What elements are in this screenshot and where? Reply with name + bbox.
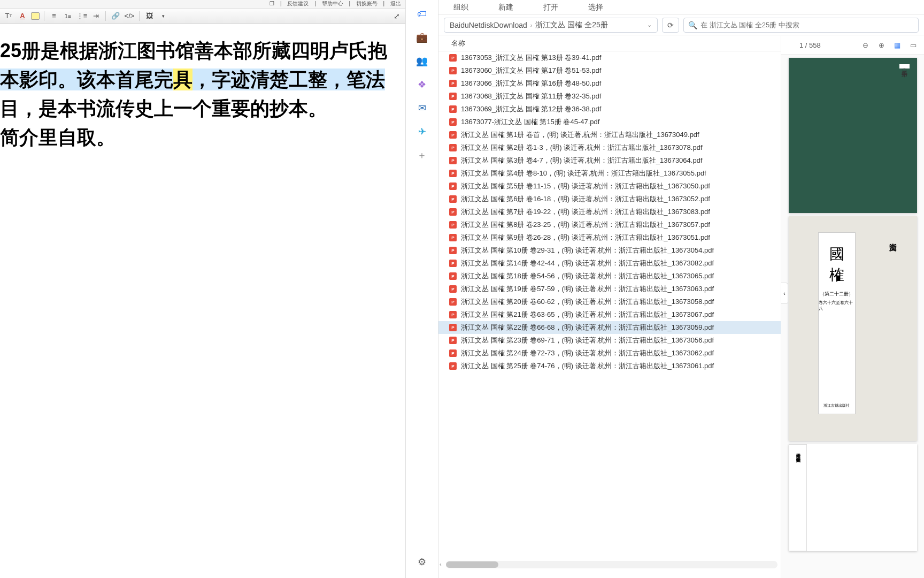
pdf-icon: P [449,118,457,126]
preview-page-3[interactable]: 國榷卷六十六 明武宗大順六年 [789,444,917,551]
file-name: 13673077-浙江文丛 国榷 第15册 卷45-47.pdf [461,117,599,127]
file-row[interactable]: P浙江文丛 国榷 第24册 卷72-73，(明) 谈迁著,杭州：浙江古籍出版社_… [438,347,781,360]
file-row[interactable]: P13673060_浙江文丛 国榷 第17册 卷51-53.pdf [438,64,781,77]
text-color-icon[interactable]: A [17,11,28,21]
horizontal-scrollbar[interactable]: ‹ › [446,561,777,568]
outlook-icon[interactable]: ✉ [415,102,428,115]
file-row[interactable]: P浙江文丛 国榷 第9册 卷26-28，(明) 谈迁著,杭州：浙江古籍出版社_1… [438,231,781,244]
indent-icon[interactable]: ⇥ [90,11,101,21]
cover-publisher: 浙江古籍出版社 [823,403,850,408]
pdf-icon: P [449,144,457,151]
text-format-icon[interactable]: TT [3,11,14,21]
menu-exit[interactable]: 退出 [390,1,401,6]
file-row[interactable]: P13673077-浙江文丛 国榷 第15册 卷45-47.pdf [438,116,781,128]
file-name: 浙江文丛 国榷 第21册 卷63-65，(明) 谈迁著,杭州：浙江古籍出版社_1… [461,310,714,320]
align-left-icon[interactable]: ≡ [49,11,59,21]
tab-organize[interactable]: 组织 [438,0,483,14]
menu-feedback[interactable]: 反馈建议 [287,1,309,6]
file-row[interactable]: P浙江文丛 国榷 第8册 卷23-25，(明) 谈迁著,杭州：浙江古籍出版社_1… [438,218,781,231]
zoom-out-icon[interactable]: ⊖ [860,40,871,51]
tab-new[interactable]: 新建 [483,0,528,14]
code-icon[interactable]: </> [124,11,135,21]
menu-switch[interactable]: 切换账号 [356,1,378,6]
file-name: 浙江文丛 国榷 第20册 卷60-62，(明) 谈迁著,杭州：浙江古籍出版社_1… [461,297,714,307]
file-row[interactable]: P浙江文丛 国榷 第2册 卷1-3，(明) 谈迁著,杭州：浙江古籍出版社_136… [438,141,781,154]
link-icon[interactable]: 🔗 [110,11,121,21]
pdf-icon: P [449,311,457,318]
preview-scroll[interactable]: （第二十二册） 浙江文叢 國 榷 （第二十二册） 卷六十六至卷六十八 浙江古籍出… [781,55,924,578]
file-row[interactable]: P浙江文丛 国榷 第10册 卷29-31，(明) 谈迁著,杭州：浙江古籍出版社_… [438,244,781,257]
menu-help[interactable]: 帮助中心 [322,1,343,6]
tab-select[interactable]: 选择 [573,0,618,14]
file-explorer: 组织 新建 打开 选择 BaiduNetdiskDownload › 浙江文丛 … [438,0,924,578]
preview-page-1[interactable]: （第二十二册） [789,58,917,213]
file-row[interactable]: P浙江文丛 国榷 第25册 卷74-76，(明) 谈迁著,杭州：浙江古籍出版社_… [438,360,781,372]
single-view-icon[interactable]: ▭ [908,40,919,51]
file-name: 浙江文丛 国榷 第9册 卷26-28，(明) 谈迁著,杭州：浙江古籍出版社_13… [461,233,710,242]
file-name: 浙江文丛 国榷 第6册 卷16-18，(明) 谈迁著,杭州：浙江古籍出版社_13… [461,194,710,204]
telegram-icon[interactable]: ✈ [415,125,428,138]
dropdown-chevron-icon[interactable]: ▾ [158,11,168,21]
file-row[interactable]: P浙江文丛 国榷 第6册 卷16-18，(明) 谈迁著,杭州：浙江古籍出版社_1… [438,193,781,206]
people-icon[interactable]: 👥 [415,55,428,67]
pdf-icon: P [449,260,457,267]
text-highlight: 具 [173,69,192,90]
cover-title-box: 國 榷 （第二十二册） 卷六十六至卷六十八 浙江古籍出版社 [818,232,856,414]
breadcrumb-root[interactable]: BaiduNetdiskDownload [450,21,527,29]
scrollbar-thumb[interactable] [446,561,498,568]
list-ordered-icon[interactable]: 1≡ [63,11,73,21]
tab-open[interactable]: 打开 [528,0,573,14]
breadcrumb-folder[interactable]: 浙江文丛 国榷 全25册 [535,20,607,30]
file-row[interactable]: P浙江文丛 国榷 第14册 卷42-44，(明) 谈迁著,杭州：浙江古籍出版社_… [438,257,781,270]
zoom-in-icon[interactable]: ⊕ [876,40,887,51]
file-row[interactable]: P13673066_浙江文丛 国榷 第16册 卷48-50.pdf [438,77,781,90]
highlight-icon[interactable] [31,12,40,20]
file-row[interactable]: P浙江文丛 国榷 第7册 卷19-22，(明) 谈迁著,杭州：浙江古籍出版社_1… [438,206,781,218]
file-row[interactable]: P浙江文丛 国榷 第19册 卷57-59，(明) 谈迁著,杭州：浙江古籍出版社_… [438,283,781,295]
grid-view-icon[interactable]: ▦ [892,40,903,51]
file-row[interactable]: P浙江文丛 国榷 第22册 卷66-68，(明) 谈迁著,杭州：浙江古籍出版社_… [438,321,781,334]
file-row[interactable]: P13673069_浙江文丛 国榷 第12册 卷36-38.pdf [438,103,781,116]
pdf-icon: P [449,182,457,190]
preview-text-content: 國榷卷六十六 明武宗大順六年 [789,444,807,551]
file-row[interactable]: P浙江文丛 国榷 第3册 卷4-7，(明) 谈迁著,杭州：浙江古籍出版社_136… [438,154,781,167]
separator [139,11,140,21]
pdf-icon: P [449,105,457,113]
copilot-icon[interactable]: ❖ [415,78,428,91]
text-line-3: 目，是本书流传史上一个重要的抄本。 [0,97,327,119]
file-row[interactable]: P13673068_浙江文丛 国榷 第11册 卷32-35.pdf [438,90,781,103]
search-box[interactable]: 🔍 [683,18,919,33]
file-row[interactable]: P浙江文丛 国榷 第21册 卷63-65，(明) 谈迁著,杭州：浙江古籍出版社_… [438,308,781,321]
chevron-down-icon[interactable]: ⌄ [647,21,652,28]
editor-content[interactable]: 25册是根据浙江图书馆善本部所藏四明卢氏抱 本影印。该本首尾完具，字迹清楚工整，… [0,24,405,152]
file-name: 浙江文丛 国榷 第14册 卷42-44，(明) 谈迁著,杭州：浙江古籍出版社_1… [461,258,714,268]
preview-toolbar: 1 / 558 ⊖ ⊕ ▦ ▭ [781,36,924,55]
collapse-preview-button[interactable]: ‹ [781,283,788,304]
collapse-icon[interactable]: ⤢ [391,11,402,21]
cover-title-char1: 國 [829,244,844,264]
file-row[interactable]: P浙江文丛 国榷 第5册 卷11-15，(明) 谈迁著,杭州：浙江古籍出版社_1… [438,180,781,193]
file-list[interactable]: P13673053_浙江文丛 国榷 第13册 卷39-41.pdfP136730… [438,51,781,557]
file-name: 浙江文丛 国榷 第3册 卷4-7，(明) 谈迁著,杭州：浙江古籍出版社_1367… [461,156,703,165]
file-row[interactable]: P13673053_浙江文丛 国榷 第13册 卷39-41.pdf [438,51,781,64]
file-row[interactable]: P浙江文丛 国榷 第1册 卷首，(明) 谈迁著,杭州：浙江古籍出版社_13673… [438,128,781,141]
pdf-icon: P [449,221,457,229]
file-name: 浙江文丛 国榷 第19册 卷57-59，(明) 谈迁著,杭州：浙江古籍出版社_1… [461,284,714,294]
square-icon[interactable]: ❐ [270,1,274,6]
file-row[interactable]: P浙江文丛 国榷 第20册 卷60-62，(明) 谈迁著,杭州：浙江古籍出版社_… [438,295,781,308]
refresh-button[interactable]: ⟳ [662,18,679,33]
file-row[interactable]: P浙江文丛 国榷 第4册 卷8-10，(明) 谈迁著,杭州：浙江古籍出版社_13… [438,167,781,180]
settings-icon[interactable]: ⚙ [415,556,428,568]
image-icon[interactable]: 🖼 [144,11,155,21]
preview-page-2[interactable]: 浙江文叢 國 榷 （第二十二册） 卷六十六至卷六十八 浙江古籍出版社 [789,216,917,441]
tag-icon[interactable]: 🏷 [415,7,428,20]
scroll-left-arrow[interactable]: ‹ [440,561,442,567]
pdf-icon: P [449,272,457,280]
breadcrumb[interactable]: BaiduNetdiskDownload › 浙江文丛 国榷 全25册 ⌄ [444,18,658,33]
add-icon[interactable]: ＋ [415,149,428,162]
briefcase-icon[interactable]: 💼 [415,31,428,44]
file-row[interactable]: P浙江文丛 国榷 第18册 卷54-56，(明) 谈迁著,杭州：浙江古籍出版社_… [438,270,781,283]
list-bullet-icon[interactable]: ⋮≡ [76,11,87,21]
search-input[interactable] [700,21,914,29]
file-row[interactable]: P浙江文丛 国榷 第23册 卷69-71，(明) 谈迁著,杭州：浙江古籍出版社_… [438,334,781,347]
